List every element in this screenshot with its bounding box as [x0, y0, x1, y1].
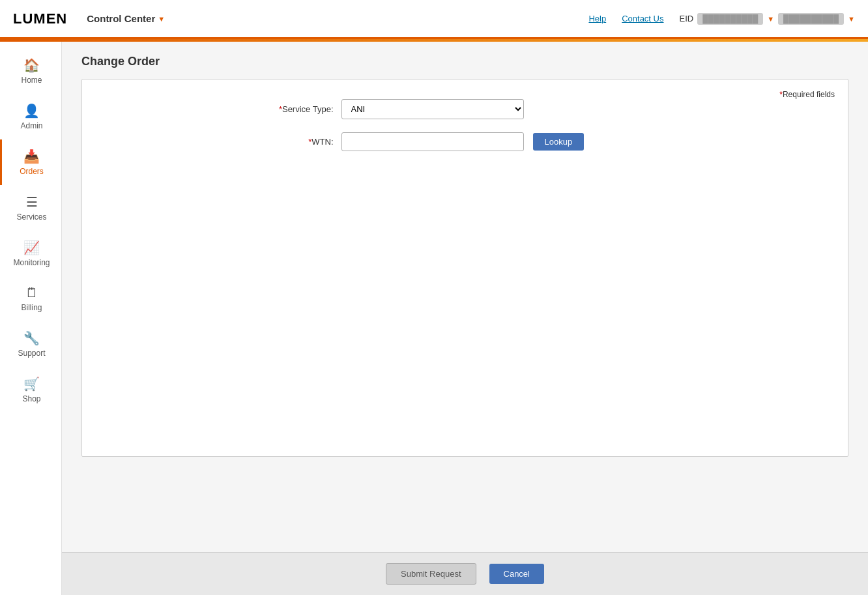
shop-icon: 🛒	[23, 376, 40, 392]
main-content: Change Order *Required fields *Service T…	[62, 42, 868, 552]
sidebar-item-label: Support	[18, 349, 45, 358]
monitoring-icon: 📈	[23, 240, 40, 255]
header-nav: Control Center ▼	[87, 13, 588, 24]
sidebar-item-label: Shop	[22, 394, 40, 403]
contact-link[interactable]: Contact Us	[622, 14, 663, 23]
eid-section: EID ██████████ ▼ ██████████ ▼	[679, 13, 855, 25]
header: LUMEN Control Center ▼ Help Contact Us E…	[0, 0, 868, 39]
service-type-select[interactable]: ANI DID Toll-Free Voice	[341, 99, 524, 119]
sidebar: 🏠 Home 👤 Admin 📥 Orders ☰ Services 📈 Mon…	[0, 42, 62, 595]
sidebar-item-billing[interactable]: 🗒 Billing	[0, 276, 61, 321]
wtn-input[interactable]	[341, 132, 524, 151]
sidebar-item-label: Home	[21, 76, 42, 85]
service-type-control: ANI DID Toll-Free Voice	[341, 99, 524, 119]
page-title: Change Order	[81, 55, 848, 68]
support-icon: 🔧	[23, 330, 40, 346]
sidebar-item-label: Admin	[20, 121, 42, 130]
help-link[interactable]: Help	[588, 14, 606, 23]
home-icon: 🏠	[23, 57, 40, 73]
main-wrapper: Change Order *Required fields *Service T…	[62, 42, 868, 595]
sidebar-item-label: Monitoring	[13, 258, 50, 267]
form-card: *Required fields *Service Type: ANI DID …	[81, 79, 848, 457]
services-icon: ☰	[26, 194, 38, 210]
sidebar-item-orders[interactable]: 📥 Orders	[0, 139, 61, 185]
app-body: 🏠 Home 👤 Admin 📥 Orders ☰ Services 📈 Mon…	[0, 42, 868, 595]
sidebar-item-services[interactable]: ☰ Services	[0, 185, 61, 231]
header-right: Help Contact Us EID ██████████ ▼ ███████…	[588, 13, 855, 25]
sidebar-item-support[interactable]: 🔧 Support	[0, 321, 61, 367]
service-type-row: *Service Type: ANI DID Toll-Free Voice	[237, 99, 693, 119]
nav-title[interactable]: Control Center ▼	[87, 13, 165, 24]
sidebar-item-shop[interactable]: 🛒 Shop	[0, 367, 61, 413]
wtn-control	[341, 132, 524, 151]
wtn-row: *WTN: Lookup	[237, 132, 693, 151]
footer-bar: Submit Request Cancel	[62, 552, 868, 595]
orders-icon: 📥	[23, 149, 40, 164]
lookup-button[interactable]: Lookup	[533, 133, 585, 151]
sidebar-item-monitoring[interactable]: 📈 Monitoring	[0, 231, 61, 276]
sidebar-item-label: Orders	[20, 167, 44, 176]
logo: LUMEN	[13, 10, 67, 27]
admin-icon: 👤	[23, 103, 40, 119]
user-value: ██████████	[778, 13, 844, 25]
user-chevron-icon: ▼	[848, 15, 855, 23]
eid-value: ██████████	[697, 13, 763, 25]
sidebar-item-home[interactable]: 🏠 Home	[0, 48, 61, 94]
eid-label: EID	[679, 14, 693, 23]
eid-chevron-icon: ▼	[767, 15, 774, 23]
submit-request-button[interactable]: Submit Request	[386, 563, 476, 585]
nav-chevron-icon: ▼	[158, 15, 165, 23]
sidebar-item-admin[interactable]: 👤 Admin	[0, 94, 61, 139]
sidebar-item-label: Services	[16, 212, 46, 222]
wtn-label: *WTN:	[237, 137, 341, 147]
cancel-button[interactable]: Cancel	[489, 564, 544, 584]
service-type-label: *Service Type:	[237, 104, 341, 114]
sidebar-item-label: Billing	[21, 303, 42, 312]
required-note: *Required fields	[779, 90, 835, 99]
billing-icon: 🗒	[25, 285, 38, 300]
